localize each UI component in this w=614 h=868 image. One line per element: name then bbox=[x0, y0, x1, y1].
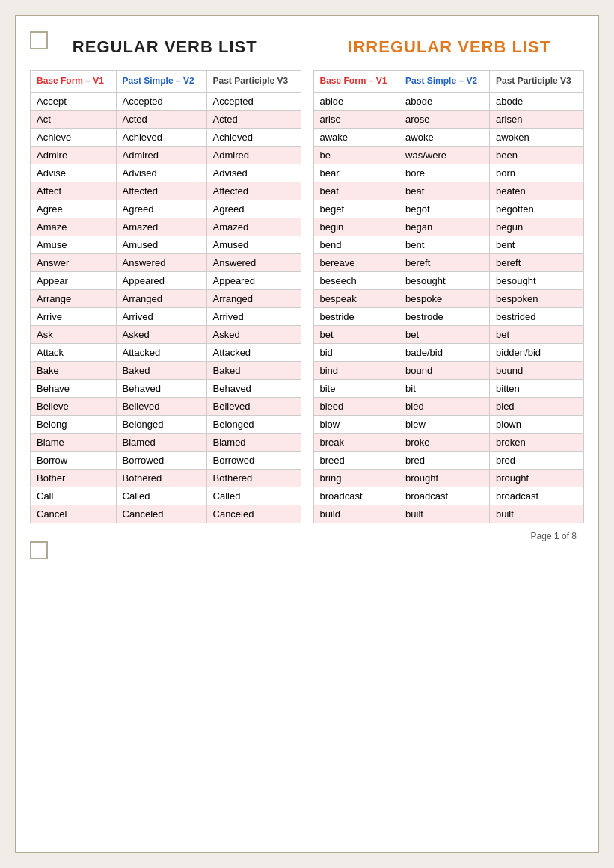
table-cell: break bbox=[313, 433, 399, 451]
table-row: bleedbledbled bbox=[313, 397, 584, 415]
table-row: bestridebestrodebestrided bbox=[313, 307, 584, 325]
irregular-verb-table: Base Form – V1 Past Simple – V2 Past Par… bbox=[313, 70, 585, 523]
table-row: BakeBakedBaked bbox=[31, 361, 301, 379]
table-cell: Affected bbox=[116, 182, 206, 200]
table-row: bindboundbound bbox=[313, 361, 584, 379]
table-row: beatbeatbeaten bbox=[313, 182, 584, 200]
table-cell: Admired bbox=[206, 146, 301, 164]
table-row: bidbade/bidbidden/bid bbox=[313, 343, 584, 361]
table-row: AdmireAdmiredAdmired bbox=[31, 146, 301, 164]
table-row: BehaveBehavedBehaved bbox=[31, 379, 301, 397]
table-row: ArrangeArrangedArranged bbox=[31, 289, 301, 307]
table-cell: brought bbox=[490, 469, 584, 487]
table-cell: broadcast bbox=[490, 487, 584, 505]
table-row: AdviseAdvisedAdvised bbox=[31, 164, 301, 182]
table-cell: bend bbox=[313, 236, 399, 253]
table-cell: bereave bbox=[313, 253, 399, 271]
table-cell: Arranged bbox=[206, 289, 301, 307]
table-cell: broken bbox=[490, 433, 584, 451]
table-row: blowblewblown bbox=[313, 415, 584, 433]
table-row: BelongBelongedBelonged bbox=[31, 415, 301, 433]
table-cell: Belonged bbox=[116, 415, 206, 433]
table-cell: Answered bbox=[116, 253, 206, 271]
table-cell: Borrowed bbox=[116, 451, 206, 469]
table-cell: Agreed bbox=[116, 200, 206, 218]
table-cell: born bbox=[490, 164, 584, 182]
table-cell: Answered bbox=[206, 253, 301, 271]
table-cell: bereft bbox=[490, 253, 584, 271]
table-cell: Affect bbox=[31, 182, 117, 200]
table-cell: begin bbox=[313, 218, 399, 236]
table-cell: Amaze bbox=[31, 218, 117, 236]
table-cell: Advise bbox=[31, 164, 117, 182]
table-cell: Act bbox=[31, 110, 117, 128]
table-cell: build bbox=[313, 505, 399, 523]
table-cell: breed bbox=[313, 451, 399, 469]
table-cell: Answer bbox=[31, 253, 117, 271]
table-row: AcceptAcceptedAccepted bbox=[31, 92, 301, 110]
table-cell: begun bbox=[490, 218, 584, 236]
table-cell: Accepted bbox=[206, 92, 301, 110]
table-row: beseechbesoughtbesought bbox=[313, 271, 584, 289]
table-cell: Asked bbox=[206, 325, 301, 343]
table-cell: Blamed bbox=[116, 433, 206, 451]
table-cell: built bbox=[490, 505, 584, 523]
table-row: arisearosearisen bbox=[313, 110, 584, 128]
table-cell: Borrow bbox=[31, 451, 117, 469]
table-cell: Cancel bbox=[31, 505, 117, 523]
table-cell: bet bbox=[399, 325, 490, 343]
table-cell: Attacked bbox=[206, 343, 301, 361]
table-cell: Appear bbox=[31, 271, 117, 289]
table-cell: bred bbox=[399, 451, 490, 469]
table-cell: bring bbox=[313, 469, 399, 487]
table-cell: Arrive bbox=[31, 307, 117, 325]
table-cell: Advised bbox=[206, 164, 301, 182]
regular-verb-list-title: REGULAR VERB LIST bbox=[30, 31, 300, 63]
table-cell: bore bbox=[399, 164, 490, 182]
table-cell: Attack bbox=[31, 343, 117, 361]
table-cell: bent bbox=[490, 236, 584, 253]
table-cell: Attacked bbox=[116, 343, 206, 361]
table-row: ArriveArrivedArrived bbox=[31, 307, 301, 325]
table-cell: abode bbox=[399, 92, 490, 110]
table-cell: Arrange bbox=[31, 289, 117, 307]
table-cell: Ask bbox=[31, 325, 117, 343]
table-cell: brought bbox=[399, 469, 490, 487]
table-cell: blew bbox=[399, 415, 490, 433]
table-row: AnswerAnsweredAnswered bbox=[31, 253, 301, 271]
table-cell: Arrived bbox=[116, 307, 206, 325]
table-cell: Behaved bbox=[116, 379, 206, 397]
table-cell: awoke bbox=[399, 128, 490, 146]
table-cell: bound bbox=[399, 361, 490, 379]
table-cell: bet bbox=[313, 325, 399, 343]
table-cell: Believed bbox=[116, 397, 206, 415]
table-cell: Amazed bbox=[116, 218, 206, 236]
table-row: betbetbet bbox=[313, 325, 584, 343]
section-headers: REGULAR VERB LIST IRREGULAR VERB LIST bbox=[30, 31, 584, 63]
table-row: AffectAffectedAffected bbox=[31, 182, 301, 200]
table-row: bendbentbent bbox=[313, 236, 584, 253]
table-cell: bled bbox=[490, 397, 584, 415]
table-cell: broadcast bbox=[313, 487, 399, 505]
table-cell: bid bbox=[313, 343, 399, 361]
table-cell: blown bbox=[490, 415, 584, 433]
table-cell: beaten bbox=[490, 182, 584, 200]
table-cell: bespoke bbox=[399, 289, 490, 307]
table-cell: arose bbox=[399, 110, 490, 128]
table-cell: broke bbox=[399, 433, 490, 451]
table-cell: bred bbox=[490, 451, 584, 469]
table-cell: bind bbox=[313, 361, 399, 379]
table-row: AmuseAmusedAmused bbox=[31, 236, 301, 253]
table-cell: bespeak bbox=[313, 289, 399, 307]
table-cell: beseech bbox=[313, 271, 399, 289]
table-cell: awake bbox=[313, 128, 399, 146]
irregular-header-past: Past Simple – V2 bbox=[399, 71, 490, 93]
table-row: beginbeganbegun bbox=[313, 218, 584, 236]
table-cell: Blamed bbox=[206, 433, 301, 451]
table-row: breakbrokebroken bbox=[313, 433, 584, 451]
tables-container: Base Form – V1 Past Simple – V2 Past Par… bbox=[30, 70, 584, 523]
table-cell: bestrode bbox=[399, 307, 490, 325]
table-row: CancelCanceledCanceled bbox=[31, 505, 301, 523]
regular-verb-table: Base Form – V1 Past Simple – V2 Past Par… bbox=[30, 70, 301, 523]
table-row: AmazeAmazedAmazed bbox=[31, 218, 301, 236]
